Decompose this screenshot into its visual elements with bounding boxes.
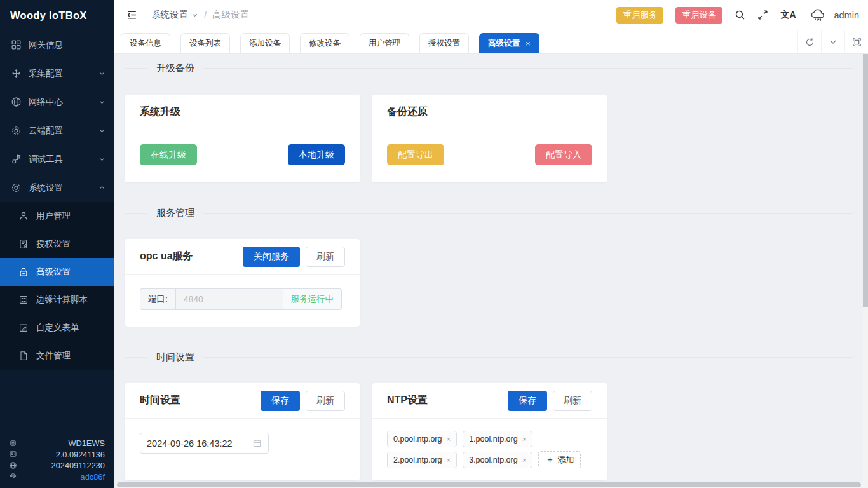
card-body: 在线升级 本地升级 [125, 130, 360, 182]
backup-restore-card: 备份还原 配置导出 配置导入 [372, 95, 607, 182]
sidebar-item-label: 边缘计算脚本 [36, 294, 105, 306]
tab-user-management[interactable]: 用户管理 [360, 33, 409, 53]
breadcrumb-section-dropdown[interactable]: 系统设置 [151, 9, 198, 21]
card-body: 0.pool.ntp.org × 1.pool.ntp.org × 2.pool… [372, 419, 607, 480]
section-divider-upgrade-backup: 升级备份 [125, 62, 853, 75]
sidebar-item-system-settings[interactable]: 系统设置 [0, 173, 114, 202]
device-model: WD1EWS [17, 438, 105, 449]
config-export-button[interactable]: 配置导出 [387, 144, 444, 165]
save-time-button[interactable]: 保存 [261, 391, 300, 411]
horizontal-scrollbar[interactable] [116, 482, 863, 488]
remove-tag-icon[interactable]: × [522, 456, 527, 464]
card-title: 时间设置 [140, 394, 180, 407]
sidebar-submenu-system-settings: 用户管理 授权设置 高级设置 边缘计算脚本 [0, 202, 114, 370]
refresh-tab-icon[interactable] [797, 30, 821, 53]
page-content: 升级备份 系统升级 在线升级 本地升级 备份还原 配置导出 配置导入 [114, 54, 868, 488]
section-divider-service-management: 服务管理 [125, 207, 853, 220]
sidebar-item-license-settings[interactable]: 授权设置 [0, 230, 114, 258]
card-title: opc ua服务 [140, 250, 193, 263]
card-header: 备份还原 [372, 95, 607, 130]
online-upgrade-button[interactable]: 在线升级 [140, 144, 197, 165]
tab-edit-device[interactable]: 修改设备 [300, 33, 349, 53]
avatar[interactable] [808, 6, 827, 25]
datetime-input[interactable] [147, 438, 252, 449]
tab-label: 授权设置 [428, 38, 460, 49]
vertical-scrollbar[interactable] [863, 54, 868, 488]
tab-label: 高级设置 [488, 38, 520, 49]
chevron-down-icon [98, 70, 105, 77]
sidebar-item-file-management[interactable]: 文件管理 [0, 342, 114, 370]
search-icon[interactable] [735, 10, 745, 20]
calculator-icon [18, 295, 29, 306]
tab-device-info[interactable]: 设备信息 [121, 33, 170, 53]
card-body [125, 419, 360, 470]
datetime-picker[interactable] [140, 433, 269, 454]
sidebar-item-label: 采集配置 [29, 68, 98, 79]
header-actions: 重启服务 重启设备 文A admin [616, 6, 859, 25]
ntp-server-tag: 1.pool.ntp.org × [463, 431, 532, 447]
horizontal-scrollbar-thumb[interactable] [117, 482, 861, 487]
board-icon [9, 450, 17, 458]
card-title: 系统升级 [140, 105, 180, 119]
cloud-config-icon [11, 125, 22, 136]
card-title: NTP设置 [387, 394, 428, 407]
restart-service-button[interactable]: 重启服务 [616, 7, 663, 24]
remove-tag-icon[interactable]: × [522, 435, 527, 443]
username-label[interactable]: admin [834, 10, 860, 20]
fullscreen-icon[interactable] [757, 10, 768, 20]
tab-license-settings[interactable]: 授权设置 [419, 33, 469, 53]
sidebar-item-debug-tools[interactable]: 调试工具 [0, 145, 114, 173]
maximize-content-icon[interactable] [844, 30, 868, 53]
commit-hash-link[interactable]: adc86f [17, 471, 105, 483]
refresh-time-button[interactable]: 刷新 [306, 391, 345, 411]
tab-bar: 设备信息 设备列表 添加设备 修改设备 用户管理 授权设置 高级设置 × [114, 30, 868, 54]
debug-icon [11, 154, 22, 165]
build-number: 202409112230 [17, 460, 105, 471]
sidebar-item-network-center[interactable]: 网络中心 [0, 88, 114, 116]
remove-tag-icon[interactable]: × [446, 456, 451, 464]
local-upgrade-button[interactable]: 本地升级 [288, 144, 345, 165]
sidebar-item-custom-form[interactable]: 自定义表单 [0, 314, 114, 342]
tab-label: 添加设备 [249, 38, 281, 49]
refresh-service-button[interactable]: 刷新 [306, 247, 345, 267]
time-settings-card: 时间设置 保存 刷新 [125, 383, 360, 480]
sidebar-item-label: 用户管理 [36, 210, 105, 222]
remove-tag-icon[interactable]: × [446, 435, 451, 443]
sidebar-item-gateway-info[interactable]: 网关信息 [0, 30, 114, 59]
tab-close-icon[interactable]: × [526, 39, 531, 48]
vertical-scrollbar-thumb[interactable] [863, 54, 868, 307]
add-ntp-server-button[interactable]: ＋ 添加 [538, 451, 581, 468]
tab-device-list[interactable]: 设备列表 [180, 33, 230, 53]
system-upgrade-card: 系统升级 在线升级 本地升级 [125, 95, 360, 182]
card-header: opc ua服务 关闭服务 刷新 [125, 239, 360, 274]
save-ntp-button[interactable]: 保存 [508, 391, 547, 411]
restart-device-button[interactable]: 重启设备 [675, 7, 722, 24]
menu-fold-icon[interactable] [126, 10, 137, 20]
tab-add-device[interactable]: 添加设备 [240, 33, 290, 53]
upgrade-cards-row: 系统升级 在线升级 本地升级 备份还原 配置导出 配置导入 [125, 95, 853, 182]
port-input[interactable] [175, 288, 283, 310]
grid-icon [11, 39, 22, 50]
config-import-button[interactable]: 配置导入 [535, 144, 592, 165]
sidebar-item-advanced-settings[interactable]: 高级设置 [0, 258, 114, 286]
sidebar-item-cloud-config[interactable]: 云端配置 [0, 116, 114, 145]
sidebar-item-collect-config[interactable]: 采集配置 [0, 59, 114, 88]
lock-icon [18, 267, 29, 278]
sidebar-item-label: 高级设置 [36, 266, 105, 278]
port-label: 端口: [140, 288, 175, 310]
close-service-button[interactable]: 关闭服务 [243, 247, 300, 267]
tab-advanced-settings[interactable]: 高级设置 × [479, 33, 539, 53]
sidebar-item-user-management[interactable]: 用户管理 [0, 202, 114, 230]
sidebar-item-label: 网络中心 [29, 97, 98, 108]
translate-icon[interactable]: 文A [780, 10, 796, 21]
section-title: 时间设置 [147, 351, 203, 363]
sidebar-item-label: 调试工具 [29, 154, 98, 165]
collect-icon [11, 68, 22, 79]
sidebar-item-edge-script[interactable]: 边缘计算脚本 [0, 286, 114, 314]
form-edit-icon [18, 323, 29, 334]
sidebar-item-label: 授权设置 [36, 238, 105, 250]
refresh-ntp-button[interactable]: 刷新 [553, 391, 592, 411]
section-divider-time-settings: 时间设置 [125, 351, 853, 364]
breadcrumb-page-label: 高级设置 [212, 9, 249, 21]
chevron-down-icon[interactable] [821, 30, 844, 53]
